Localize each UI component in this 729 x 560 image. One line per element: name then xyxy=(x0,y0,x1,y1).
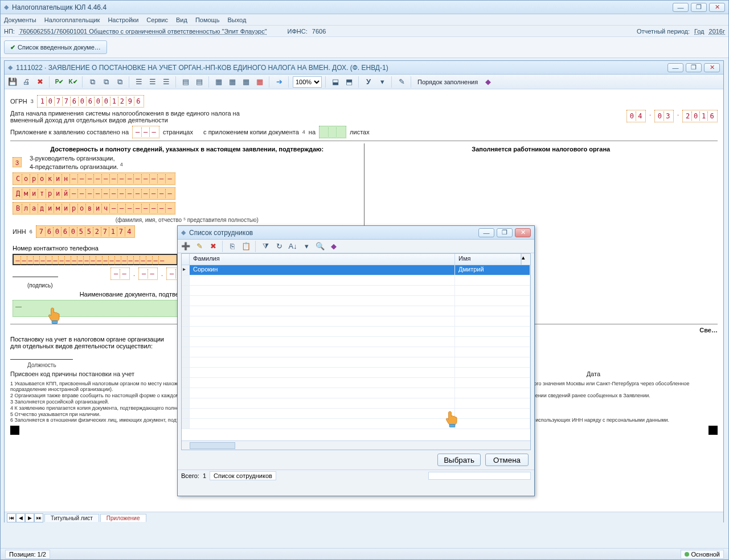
arrow-right-icon[interactable]: ➔ xyxy=(273,76,285,88)
tree-icon[interactable]: ⧉ xyxy=(87,76,98,88)
grid-hscroll[interactable] xyxy=(182,440,530,450)
menu-taxpayer[interactable]: Налогоплательщик xyxy=(44,17,100,23)
form1-icon[interactable]: ▦ xyxy=(213,76,224,88)
col-lastname[interactable]: Фамилия xyxy=(190,254,455,265)
np-link[interactable]: 7606062551/760601001 Общество с ограниче… xyxy=(19,28,267,35)
doc-minimize-button[interactable]: — xyxy=(667,63,683,72)
print-icon[interactable]: 🖨 xyxy=(21,76,32,88)
col-firstname[interactable]: Имя xyxy=(455,254,521,265)
layout1-icon[interactable]: ⬓ xyxy=(330,76,341,88)
minimize-button[interactable]: — xyxy=(673,3,689,12)
last-name-field[interactable]: Сорокин————————————— xyxy=(13,172,175,185)
edit-icon[interactable]: ✎ xyxy=(194,241,205,252)
app-pages-field[interactable]: ——— xyxy=(132,126,159,138)
period-type[interactable]: Год xyxy=(694,28,705,35)
tab-appendix[interactable]: Приложение xyxy=(100,514,146,522)
book-icon[interactable]: ◆ xyxy=(328,241,339,252)
menu-settings[interactable]: Настройки xyxy=(108,17,138,23)
form3-icon[interactable]: ▦ xyxy=(240,76,252,88)
kcheck-icon[interactable]: K✔ xyxy=(67,76,79,88)
u-dd-icon[interactable]: ▾ xyxy=(376,76,388,88)
inn-field[interactable]: 760605527174 xyxy=(36,225,135,238)
docs-list-button[interactable]: Список введенных докуме… xyxy=(4,40,107,54)
start-date-day[interactable]: 04 xyxy=(626,110,646,122)
first-name-field[interactable]: Дмитрий————————————— xyxy=(13,187,175,200)
form2-icon[interactable]: ▦ xyxy=(227,76,238,88)
modal-titlebar: ◆ Список сотрудников — ❐ ✕ xyxy=(178,226,534,240)
delete-row-icon[interactable]: ✖ xyxy=(207,241,219,252)
menu-view[interactable]: Вид xyxy=(176,17,187,23)
period-label: Отчетный период: xyxy=(637,28,690,35)
app-icon: ◆ xyxy=(4,3,9,11)
np-label: НП: xyxy=(4,28,15,35)
grid-body[interactable]: Сорокин Дмитрий xyxy=(182,265,530,440)
close-button[interactable]: ✕ xyxy=(709,3,725,12)
modal-icon: ◆ xyxy=(181,229,186,236)
app-pages-pre: Приложение к заявлению составлено на xyxy=(10,129,129,135)
select-button[interactable]: Выбрать xyxy=(437,454,481,466)
tree3-icon[interactable]: ⧉ xyxy=(114,76,125,88)
tab-first-button[interactable]: ⏮ xyxy=(7,513,16,522)
main-titlebar: ◆ Налогоплательщик ЮЛ 4.46.4 — ❐ ✕ xyxy=(1,1,728,14)
sign-date-field[interactable]: —— xyxy=(110,267,130,280)
help-book-icon[interactable]: ◆ xyxy=(482,76,494,88)
col1-icon[interactable]: ▤ xyxy=(180,76,191,88)
menu-documents[interactable]: Документы xyxy=(4,17,36,23)
maximize-button[interactable]: ❐ xyxy=(691,3,707,12)
copy-icon[interactable]: ⎘ xyxy=(227,241,238,252)
phone-field[interactable]: ———————————————————————— xyxy=(13,254,178,265)
app-pages-mid2: с приложением копии документа xyxy=(203,129,299,135)
fill-order-link[interactable]: Порядок заполнения xyxy=(417,79,478,85)
tab-last-button[interactable]: ⏭ xyxy=(34,513,43,522)
ogrn-field[interactable]: 1077606001296 xyxy=(37,95,144,108)
filter-icon[interactable]: ⧩ xyxy=(260,241,271,252)
sort-dd-icon[interactable]: ▾ xyxy=(301,241,312,252)
tab-next-button[interactable]: ▶ xyxy=(25,513,34,522)
rep-code-field[interactable]: 3 xyxy=(13,157,22,167)
layout2-icon[interactable]: ⬒ xyxy=(343,76,355,88)
modal-maximize-button[interactable]: ❐ xyxy=(497,228,513,237)
pcheck-icon[interactable]: P✔ xyxy=(54,76,65,88)
status-caption: Список сотрудников xyxy=(210,471,276,480)
sign-line xyxy=(13,270,58,277)
modal-close-button[interactable]: ✕ xyxy=(515,228,531,237)
grid-row[interactable]: Сорокин Дмитрий xyxy=(182,265,530,275)
u-icon[interactable]: У xyxy=(363,76,374,88)
form4-icon[interactable]: ▦ xyxy=(254,76,265,88)
menu-help[interactable]: Помощь xyxy=(195,17,220,23)
mdi-area: ◆ 1111022 · ЗАЯВЛЕНИЕ О ПОСТАНОВКЕ НА УЧ… xyxy=(1,58,728,548)
menu-exit[interactable]: Выход xyxy=(227,17,246,23)
zoom-select[interactable]: 100% xyxy=(293,76,322,88)
sort-icon[interactable]: A↓ xyxy=(287,241,298,252)
tab-title-sheet[interactable]: Титульный лист xyxy=(44,514,99,522)
cell-lastname: Сорокин xyxy=(190,265,455,275)
delete-icon[interactable]: ✖ xyxy=(34,76,46,88)
save-icon[interactable]: 💾 xyxy=(7,76,18,88)
doc-maximize-button[interactable]: ❐ xyxy=(686,63,702,72)
menu-service[interactable]: Сервис xyxy=(146,17,168,23)
period-value[interactable]: 2016г xyxy=(709,28,725,35)
row-mid-icon[interactable]: ☰ xyxy=(147,76,158,88)
tree2-icon[interactable]: ⧉ xyxy=(100,76,112,88)
dat-label: Дата xyxy=(587,370,600,377)
paste-icon[interactable]: 📋 xyxy=(240,241,252,252)
patronymic-field[interactable]: Владимирович———————— xyxy=(13,202,175,215)
add-icon[interactable]: ➕ xyxy=(180,241,191,252)
doc-close-button[interactable]: ✕ xyxy=(704,63,720,72)
statusbar: Позиция: 1/2 Основной xyxy=(1,548,728,559)
cancel-button[interactable]: Отмена xyxy=(485,454,529,466)
col2-icon[interactable]: ▤ xyxy=(194,76,205,88)
row-down-icon[interactable]: ☰ xyxy=(161,76,172,88)
refresh-icon[interactable]: ↻ xyxy=(273,241,285,252)
start-date-year[interactable]: 2016 xyxy=(682,110,718,122)
row-up-icon[interactable]: ☰ xyxy=(133,76,145,88)
app-sheets-field[interactable] xyxy=(319,126,346,138)
search-icon[interactable]: 🔍 xyxy=(314,241,326,252)
ifns-label: ИФНС: xyxy=(288,28,308,35)
grid-vscroll-up[interactable]: ▴ xyxy=(521,254,530,265)
tab-prev-button[interactable]: ◀ xyxy=(16,513,25,522)
modal-minimize-button[interactable]: — xyxy=(478,228,494,237)
start-date-month[interactable]: 03 xyxy=(654,110,674,122)
wand-icon[interactable]: ✎ xyxy=(396,76,407,88)
doc-icon: ◆ xyxy=(8,64,13,71)
